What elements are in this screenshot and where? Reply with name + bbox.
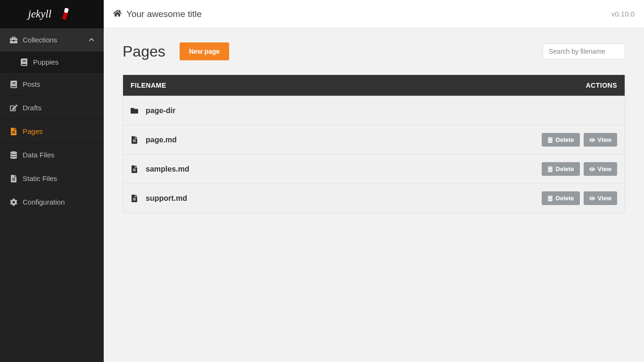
eye-icon [589, 166, 595, 172]
book-icon [9, 81, 18, 88]
nav: Collections Puppies Posts Drafts Pages [0, 28, 104, 214]
table-row: support.md Delete View [123, 183, 625, 213]
sidebar-item-posts[interactable]: Posts [0, 73, 104, 96]
pages-table: FILENAME ACTIONS page-dir page.md Delete… [123, 74, 625, 213]
main: Your awesome title v0.10.0 Pages New pag… [104, 0, 644, 362]
delete-button[interactable]: Delete [542, 133, 580, 147]
file-icon [131, 136, 140, 144]
trash-icon [547, 137, 553, 143]
delete-button[interactable]: Delete [542, 191, 580, 205]
home-icon[interactable] [113, 9, 122, 19]
file-icon [131, 195, 140, 202]
table-row: samples.md Delete View [123, 154, 625, 183]
content: Pages New page FILENAME ACTIONS page-dir [104, 28, 644, 227]
sidebar-item-data-files[interactable]: Data Files [0, 143, 104, 167]
search-input[interactable] [543, 43, 625, 59]
table-header: FILENAME ACTIONS [123, 75, 625, 96]
sidebar-item-collections[interactable]: Collections [0, 28, 104, 52]
edit-icon [9, 104, 18, 112]
view-button[interactable]: View [584, 133, 617, 147]
button-label: View [598, 195, 611, 202]
folder-icon [131, 107, 140, 115]
sidebar-item-pages[interactable]: Pages [0, 120, 104, 143]
sidebar-item-label: Pages [23, 127, 43, 135]
row-name-link[interactable]: support.md [146, 194, 187, 203]
gear-icon [9, 198, 18, 206]
column-header-actions: ACTIONS [586, 82, 618, 89]
file-icon [131, 165, 140, 173]
trash-icon [547, 196, 553, 201]
delete-button[interactable]: Delete [542, 162, 580, 176]
row-actions: Delete View [542, 191, 617, 205]
column-header-filename: FILENAME [131, 82, 586, 89]
view-button[interactable]: View [584, 191, 617, 205]
svg-text:jekyll: jekyll [26, 8, 51, 20]
topbar: Your awesome title v0.10.0 [104, 0, 644, 28]
chevron-up-icon [89, 36, 94, 44]
button-label: Delete [556, 136, 574, 143]
sidebar-item-label: Drafts [23, 104, 41, 112]
row-actions: Delete View [542, 133, 617, 147]
sidebar-item-label: Posts [23, 80, 41, 88]
row-actions: Delete View [542, 162, 617, 176]
content-header: Pages New page [123, 42, 625, 60]
sidebar-item-label: Configuration [23, 198, 65, 206]
sidebar: jekyll Collections Puppies Posts Drafts [0, 0, 104, 362]
sidebar-item-label: Puppies [33, 58, 58, 66]
new-page-button[interactable]: New page [180, 42, 229, 60]
sidebar-item-puppies[interactable]: Puppies [0, 52, 104, 73]
view-button[interactable]: View [584, 162, 617, 176]
button-label: Delete [556, 165, 574, 173]
eye-icon [589, 196, 595, 201]
trash-icon [547, 166, 553, 172]
sidebar-item-drafts[interactable]: Drafts [0, 96, 104, 120]
briefcase-icon [9, 36, 18, 44]
version-label: v0.10.0 [611, 10, 635, 18]
sidebar-item-static-files[interactable]: Static Files [0, 167, 104, 190]
sidebar-item-label: Data Files [23, 151, 55, 159]
row-name-link[interactable]: page-dir [146, 107, 175, 115]
row-name-link[interactable]: page.md [146, 136, 177, 144]
button-label: View [598, 136, 611, 143]
jekyll-logo-icon: jekyll [25, 6, 79, 23]
sidebar-item-label: Static Files [23, 174, 57, 182]
button-label: View [598, 165, 611, 173]
book-icon [20, 58, 28, 66]
site-title[interactable]: Your awesome title [126, 9, 202, 19]
page-title: Pages [123, 43, 165, 60]
table-row: page.md Delete View [123, 125, 625, 154]
database-icon [9, 151, 18, 159]
button-label: Delete [556, 195, 574, 202]
row-name-link[interactable]: samples.md [146, 165, 189, 173]
file-icon [9, 175, 18, 182]
search-box [543, 43, 625, 59]
logo[interactable]: jekyll [0, 0, 104, 28]
sidebar-item-configuration[interactable]: Configuration [0, 190, 104, 214]
eye-icon [589, 137, 595, 143]
sidebar-item-label: Collections [23, 36, 57, 44]
file-icon [9, 128, 18, 135]
table-row: page-dir [123, 96, 625, 125]
